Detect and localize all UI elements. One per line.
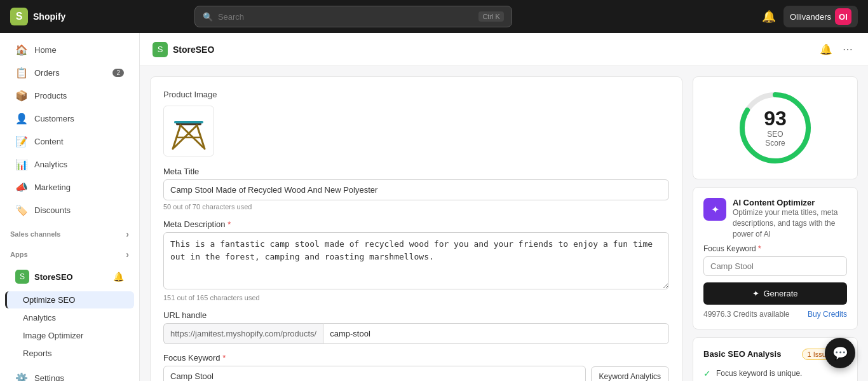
sales-channels-section: Sales channels ›: [0, 224, 139, 242]
header-bell-button[interactable]: 🔔: [817, 41, 835, 58]
url-handle-section: URL handle https://jamitest.myshopify.co…: [163, 310, 669, 344]
meta-desc-textarea[interactable]: [163, 232, 669, 289]
meta-desc-char-count: 151 out of 165 characters used: [163, 294, 669, 301]
meta-desc-label: Meta Description *: [163, 219, 669, 229]
search-icon: 🔍: [203, 12, 213, 22]
sidebar-item-discounts[interactable]: 🏷️ Discounts: [5, 199, 134, 221]
score-number: 93: [756, 108, 794, 128]
sidebar-label-products: Products: [34, 91, 67, 100]
score-inner: 93 SEO Score: [756, 108, 794, 148]
customers-icon: 👤: [15, 113, 28, 125]
store-seo-title[interactable]: StoreSEO: [34, 272, 108, 282]
url-suffix-input[interactable]: [323, 323, 669, 344]
notification-bell-icon[interactable]: 🔔: [762, 10, 776, 24]
ai-focus-kw-label: Focus Keyword *: [703, 244, 847, 253]
subnav-reports[interactable]: Reports: [5, 345, 134, 362]
seo-analysis-title: Basic SEO Analysis: [703, 349, 781, 359]
store-seo-bell-icon[interactable]: 🔔: [113, 272, 124, 282]
seo-check-0: ✓ Focus keyword is unique.: [703, 366, 847, 380]
app-header-left: S StoreSEO: [153, 42, 214, 57]
meta-title-input[interactable]: [163, 179, 669, 200]
product-image-box: [163, 106, 214, 156]
sidebar-item-content[interactable]: 📝 Content: [5, 130, 134, 153]
svg-rect-1: [174, 121, 203, 123]
search-input[interactable]: [218, 12, 474, 22]
subnav-image-optimizer-label: Image Optimizer: [23, 331, 83, 340]
right-panel: 93 SEO Score ✦ AI Content Optimizer Opti…: [693, 76, 858, 381]
sales-channels-expand-icon[interactable]: ›: [126, 229, 129, 239]
settings-icon: ⚙️: [15, 372, 28, 381]
product-image: [166, 111, 211, 152]
sidebar-item-orders[interactable]: 📋 Orders 2: [5, 62, 134, 84]
sidebar-label-settings: Settings: [34, 373, 64, 381]
sidebar-item-marketing[interactable]: 📣 Marketing: [5, 176, 134, 198]
subnav-optimize-seo-label: Optimize SEO: [23, 295, 75, 305]
focus-keyword-section: Focus Keyword * Keyword Analytics: [163, 353, 669, 381]
url-row: https://jamitest.myshopify.com/products/: [163, 323, 669, 344]
generate-button[interactable]: ✦ Generate: [703, 282, 847, 305]
sidebar-item-analytics[interactable]: 📊 Analytics: [5, 153, 134, 176]
product-image-section: Product Image: [163, 90, 669, 156]
app-header-icon: S: [153, 42, 168, 57]
subnav-image-optimizer[interactable]: Image Optimizer: [5, 327, 134, 344]
apps-section: Apps ›: [0, 244, 139, 262]
sidebar-label-orders: Orders: [34, 68, 60, 78]
main-content: S StoreSEO 🔔 ⋯ Product Image: [140, 33, 868, 381]
store-seo-icon: S: [15, 270, 29, 284]
sidebar-label-content: Content: [34, 137, 64, 146]
app-layout: 🏠 Home 📋 Orders 2 📦 Products 👤 Customers…: [0, 33, 868, 381]
sidebar-item-home[interactable]: 🏠 Home: [5, 39, 134, 61]
brand-name: Shopify: [33, 11, 65, 22]
user-menu[interactable]: Ollivanders OI: [783, 6, 858, 27]
ai-optimizer-header: ✦ AI Content Optimizer Optimize your met…: [703, 198, 847, 239]
sidebar-label-discounts: Discounts: [34, 205, 71, 215]
sidebar: 🏠 Home 📋 Orders 2 📦 Products 👤 Customers…: [0, 33, 140, 381]
marketing-icon: 📣: [15, 181, 28, 193]
ai-icon: ✦: [703, 198, 726, 221]
store-seo-header: S StoreSEO 🔔: [5, 265, 134, 289]
products-icon: 📦: [15, 90, 28, 102]
analytics-icon: 📊: [15, 158, 28, 170]
search-shortcut: Ctrl K: [478, 11, 504, 22]
subnav-analytics[interactable]: Analytics: [5, 309, 134, 326]
meta-title-label: Meta Title: [163, 167, 669, 176]
focus-keyword-input[interactable]: [163, 366, 586, 381]
top-navigation: S Shopify 🔍 Ctrl K 🔔 Ollivanders OI: [0, 0, 868, 33]
buy-credits-link[interactable]: Buy Credits: [808, 310, 847, 319]
orders-icon: 📋: [15, 67, 28, 79]
sidebar-label-home: Home: [34, 45, 57, 55]
meta-desc-section: Meta Description * 151 out of 165 charac…: [163, 219, 669, 301]
app-header-title: StoreSEO: [173, 45, 214, 55]
focus-keyword-label: Focus Keyword *: [163, 353, 669, 363]
content-area: Product Image: [140, 66, 868, 381]
credits-row: 49976.3 Credits available Buy Credits: [703, 310, 847, 319]
credits-text: 49976.3 Credits available: [703, 310, 789, 319]
sidebar-item-settings[interactable]: ⚙️ Settings: [5, 367, 134, 381]
meta-title-section: Meta Title 50 out of 70 characters used: [163, 167, 669, 211]
chat-bubble[interactable]: 💬: [825, 338, 855, 368]
shopify-icon: S: [10, 8, 28, 25]
subnav-reports-label: Reports: [23, 349, 52, 358]
score-circle: 93 SEO Score: [737, 90, 813, 166]
seo-check-text: Focus keyword is unique.: [716, 369, 802, 378]
keyword-analytics-button[interactable]: Keyword Analytics: [591, 366, 669, 382]
apps-expand-icon[interactable]: ›: [126, 249, 129, 260]
ai-text: AI Content Optimizer Optimize your meta …: [733, 198, 847, 239]
nav-right: 🔔 Ollivanders OI: [762, 6, 858, 27]
sidebar-label-analytics: Analytics: [34, 160, 67, 169]
search-bar[interactable]: 🔍 Ctrl K: [194, 6, 512, 27]
sidebar-item-customers[interactable]: 👤 Customers: [5, 107, 134, 130]
ai-title: AI Content Optimizer: [733, 198, 847, 207]
discounts-icon: 🏷️: [15, 204, 28, 216]
ai-description: Optimize your meta titles, meta descript…: [733, 207, 847, 239]
sidebar-item-products[interactable]: 📦 Products: [5, 85, 134, 107]
orders-badge: 2: [112, 69, 124, 77]
header-more-button[interactable]: ⋯: [840, 41, 855, 58]
sidebar-label-customers: Customers: [34, 114, 74, 123]
sidebar-label-marketing: Marketing: [34, 183, 71, 192]
shopify-logo[interactable]: S Shopify: [10, 8, 65, 25]
subnav-analytics-label: Analytics: [23, 313, 56, 322]
keyword-row: Keyword Analytics: [163, 366, 669, 381]
ai-focus-keyword-input[interactable]: [703, 256, 847, 276]
subnav-optimize-seo[interactable]: Optimize SEO: [5, 291, 134, 308]
